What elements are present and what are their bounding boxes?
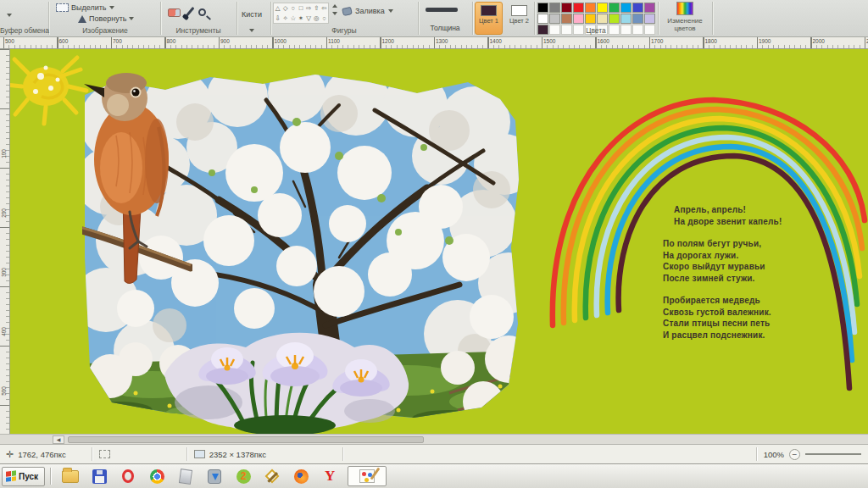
ruler-label: 500	[1, 386, 7, 396]
palette-empty-slot[interactable]	[632, 25, 643, 35]
palette-swatch[interactable]	[644, 14, 655, 24]
ruler-label: 2000	[813, 38, 825, 44]
palette-empty-slot[interactable]	[573, 25, 584, 35]
opera-icon[interactable]	[118, 466, 138, 486]
ruler-label: 1600	[598, 38, 609, 44]
editor-glyph	[265, 469, 280, 484]
shape-diamond[interactable]: ◇	[281, 3, 289, 14]
scroll-thumb[interactable]	[68, 436, 424, 443]
shape-arrow-up[interactable]: ⇧	[313, 3, 320, 14]
2gis-icon[interactable]: 2	[233, 466, 253, 486]
color2-button[interactable]: Цвет 2	[505, 2, 533, 35]
floppy-icon[interactable]	[89, 466, 109, 486]
palette-empty-slot[interactable]	[620, 25, 632, 35]
palette-swatch[interactable]	[632, 14, 643, 24]
magnifier-icon[interactable]	[198, 8, 206, 16]
palette-swatch[interactable]	[632, 3, 643, 13]
palette-swatch[interactable]	[537, 3, 548, 13]
palette-swatch[interactable]	[537, 14, 548, 24]
zoom-slider[interactable]	[805, 453, 861, 455]
cursor-position-icon: ✛	[6, 449, 14, 460]
vertical-ruler: 100200300400500600	[0, 49, 10, 434]
yandex-icon[interactable]: Y	[320, 466, 340, 486]
shape-triangle[interactable]: △	[274, 3, 281, 14]
palette-swatch[interactable]	[597, 3, 608, 13]
select-button[interactable]: Выделить	[56, 3, 114, 12]
chrome-icon[interactable]	[147, 466, 167, 486]
edit-colors-button[interactable]: Изменение цветов	[661, 2, 709, 32]
ruler-label: 300	[1, 268, 7, 277]
palette-swatch[interactable]	[561, 3, 572, 13]
shape-arrow-left[interactable]: ⇦	[320, 3, 328, 14]
shape-arrow-down[interactable]: ⇩	[274, 14, 281, 24]
fill-button[interactable]: Заливка	[342, 7, 393, 15]
palette-empty-slot[interactable]	[609, 25, 620, 35]
shapes-scroll-up[interactable]	[332, 4, 337, 8]
paste-dropdown[interactable]	[7, 5, 12, 20]
downloads-icon[interactable]	[204, 466, 225, 486]
rotate-button[interactable]: Повернуть	[78, 14, 134, 23]
brushes-button[interactable]: Кисти	[242, 5, 262, 36]
shape-callout[interactable]: ◎	[313, 14, 320, 24]
notes-icon[interactable]	[175, 466, 196, 486]
taskbar-paint-button[interactable]	[348, 466, 387, 486]
zoom-out-button[interactable]: −	[789, 449, 800, 460]
editor-icon[interactable]	[262, 466, 282, 486]
ruler-label: 500	[5, 38, 14, 44]
shape-oval-callout[interactable]: ○	[320, 14, 328, 24]
palette-swatch[interactable]	[597, 14, 608, 24]
shape-rectangle[interactable]: □	[297, 3, 304, 14]
palette-swatch[interactable]	[620, 14, 632, 24]
palette-swatch[interactable]	[620, 3, 632, 13]
palette-swatch[interactable]	[609, 14, 620, 24]
palette-swatch[interactable]	[609, 3, 620, 13]
palette-empty-slot[interactable]	[549, 25, 560, 35]
palette-custom-swatch[interactable]	[537, 25, 548, 35]
poem-line: Пробирается медведь	[663, 295, 824, 307]
ruler-label: 1800	[705, 38, 717, 44]
palette-empty-slot[interactable]	[644, 25, 655, 35]
colors-group-label: Цвета	[586, 26, 606, 35]
palette-swatch[interactable]	[561, 14, 572, 24]
chevron-down-icon	[109, 6, 114, 9]
palette-swatch[interactable]	[573, 3, 584, 13]
chevron-down-icon	[129, 17, 134, 20]
shape-ellipse[interactable]: ○	[289, 3, 297, 14]
firefox-glyph	[294, 469, 309, 484]
horizontal-scrollbar[interactable]: ◀	[0, 434, 868, 444]
color1-button[interactable]: Цвет 1	[475, 2, 503, 35]
firefox-icon[interactable]	[291, 466, 311, 486]
paint-canvas[interactable]: Апрель, апрель!На дворе звенит капель!По…	[10, 49, 868, 434]
palette-swatch[interactable]	[644, 3, 655, 13]
folder-icon[interactable]	[60, 466, 81, 486]
chevron-down-icon	[7, 14, 12, 17]
poem-line: И расцвел подснежник.	[663, 330, 824, 341]
tools-group-label: Инструменты	[175, 26, 220, 35]
shape-six-point-star[interactable]: ✶	[297, 14, 304, 24]
palette-empty-slot[interactable]	[561, 25, 572, 35]
poem-line: По полям бегут ручьи,	[663, 238, 824, 250]
palette-swatch[interactable]	[573, 14, 584, 24]
thickness-preview	[426, 8, 458, 12]
palette-swatch[interactable]	[549, 14, 560, 24]
shape-four-point-star[interactable]: ✧	[281, 14, 289, 24]
notes-glyph	[179, 469, 192, 485]
shapes-scroll-down[interactable]	[332, 12, 337, 15]
quick-launch: 2Y	[56, 466, 344, 486]
eraser-icon[interactable]	[168, 8, 181, 17]
palette-swatch[interactable]	[585, 14, 596, 24]
palette-swatch[interactable]	[585, 3, 596, 13]
shape-triangle-down[interactable]: ▽	[305, 14, 313, 24]
scroll-left-button[interactable]: ◀	[53, 435, 64, 444]
ruler-label: 1000	[275, 38, 287, 44]
shape-five-point-star[interactable]: ☆	[289, 14, 297, 24]
palette-swatch[interactable]	[549, 3, 560, 13]
chevron-down-icon	[388, 9, 393, 13]
ruler-label: 1900	[759, 38, 771, 44]
start-button[interactable]: Пуск	[2, 467, 45, 486]
shape-arrow-right[interactable]: ⇨	[305, 3, 313, 14]
ruler-label: 1500	[543, 38, 555, 44]
shapes-grid: △◇○□⇨⇧⇦⇩✧☆✶▽◎○	[273, 3, 329, 24]
color-picker-icon[interactable]	[184, 7, 194, 18]
zoom-level: 100%	[764, 450, 784, 459]
